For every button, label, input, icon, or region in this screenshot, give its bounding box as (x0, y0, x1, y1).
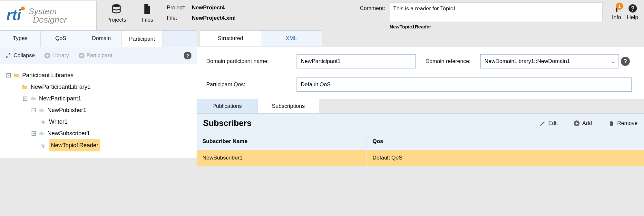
projects-button[interactable]: Projects (106, 3, 126, 23)
tab-publications[interactable]: Publications (197, 99, 258, 113)
file-value: NewProject4.xml (192, 15, 236, 21)
add-library-button[interactable]: + Library (44, 52, 69, 59)
file-label: File: (167, 15, 185, 21)
files-button[interactable]: Files (138, 3, 157, 23)
tree-participant[interactable]: NewParticipant1 (39, 93, 81, 104)
svg-point-9 (41, 110, 42, 111)
reader-icon (40, 142, 46, 149)
app-header: rti System Designer Projects Files Proje… (0, 0, 644, 30)
tree-library[interactable]: NewParticipantLibrary1 (31, 81, 91, 93)
subscribers-header: Subscribers Edit + Add Remove (197, 114, 644, 133)
participant-qos-input[interactable] (297, 77, 632, 92)
domain-reference-select[interactable] (480, 54, 619, 68)
subscriber-icon (38, 130, 45, 137)
plus-icon: + (574, 120, 580, 126)
file-icon (141, 3, 153, 15)
tab-participant[interactable]: Participant (122, 31, 162, 47)
sidebar-help-button[interactable]: ? (184, 52, 191, 59)
cell-qos: Default QoS (366, 150, 644, 166)
pencil-icon (539, 120, 546, 127)
tab-domain[interactable]: Domain (81, 31, 122, 47)
trash-icon (608, 120, 615, 127)
tree-publisher[interactable]: NewPublisher1 (47, 104, 86, 116)
dp-name-label: Domain participant name: (206, 58, 297, 65)
tree-toggle[interactable]: − (23, 97, 27, 101)
folder-icon (22, 84, 28, 90)
sidebar-toolbar: Collapse + Library + Participant ? (0, 47, 197, 64)
remove-button[interactable]: Remove (608, 120, 638, 127)
participant-form: Domain participant name: Domain referenc… (197, 46, 644, 99)
tree-toggle[interactable]: − (6, 73, 11, 77)
help-header-button[interactable]: ? Help (627, 4, 638, 21)
tab-qos[interactable]: QoS (41, 31, 81, 47)
cell-subscriber-name: NewSubscriber1 (197, 150, 366, 166)
svg-point-4 (112, 4, 120, 7)
subscribers-table: Subscriber Name Qos NewSubscriber1 Defau… (197, 133, 644, 166)
editor-tabs: Structured XML (197, 30, 644, 46)
logo: rti System Designer (0, 1, 97, 30)
publisher-icon (38, 107, 45, 113)
tree-writer[interactable]: Writer1 (49, 116, 68, 128)
col-subscriber-name[interactable]: Subscriber Name (197, 133, 366, 150)
tree-toggle[interactable]: − (15, 85, 19, 89)
edit-button[interactable]: Edit (539, 120, 558, 127)
pqos-label: Participant Qos: (206, 81, 297, 88)
tab-xml[interactable]: XML (261, 30, 322, 46)
writer-icon (40, 118, 46, 125)
project-label: Project: (167, 5, 185, 11)
tree-subscriber[interactable]: NewSubscriber1 (47, 128, 90, 139)
dr-label: Domain reference: (416, 58, 480, 65)
svg-text:?: ? (630, 5, 634, 12)
cloud-icon (30, 95, 36, 102)
comment-input[interactable]: This is a reader for Topic1 (390, 3, 602, 22)
plus-icon: + (79, 53, 84, 58)
rti-logo-icon: rti System Designer (4, 5, 93, 27)
project-value: NewProject4 (192, 5, 236, 11)
collapse-icon (5, 53, 11, 58)
svg-text:Designer: Designer (33, 15, 67, 25)
info-badge: 1 (616, 3, 623, 10)
svg-point-10 (41, 133, 42, 134)
section-title: Subscribers (203, 118, 251, 128)
tree-root[interactable]: Participant Libraries (22, 69, 73, 81)
folder-icon (13, 72, 20, 78)
col-qos[interactable]: Qos (366, 133, 644, 150)
collapse-button[interactable]: Collapse (5, 52, 35, 59)
participant-tree: − Participant Libraries − NewParticipant… (0, 64, 197, 158)
svg-point-1 (21, 6, 25, 10)
help-icon: ? (628, 4, 637, 13)
tree-toggle[interactable]: − (32, 131, 36, 136)
tree-toggle[interactable]: − (32, 108, 36, 112)
comment-label: Comment: (360, 3, 385, 12)
table-row[interactable]: NewSubscriber1 Default QoS (197, 150, 644, 166)
tab-structured[interactable]: Structured (200, 30, 261, 46)
sidebar-tabs: Types QoS Domain Participant (0, 30, 197, 47)
add-participant-button[interactable]: + Participant (79, 52, 112, 59)
comment-caption: NewTopic1Reader (390, 24, 602, 29)
project-file-info: Project: NewProject4 File: NewProject4.x… (167, 1, 236, 21)
pubsub-tabs: Publications Subscriptions (197, 99, 644, 114)
form-help-button[interactable]: ? (621, 57, 630, 66)
svg-text:rti: rti (6, 7, 22, 23)
database-icon (111, 3, 122, 15)
add-button[interactable]: + Add (574, 120, 592, 127)
tree-reader[interactable]: NewTopic1Reader (49, 139, 100, 151)
tab-types[interactable]: Types (0, 31, 41, 47)
dp-name-input[interactable] (297, 54, 416, 68)
tab-subscriptions[interactable]: Subscriptions (258, 99, 319, 113)
info-button[interactable]: 1 Info (612, 4, 621, 21)
plus-icon: + (44, 53, 50, 58)
